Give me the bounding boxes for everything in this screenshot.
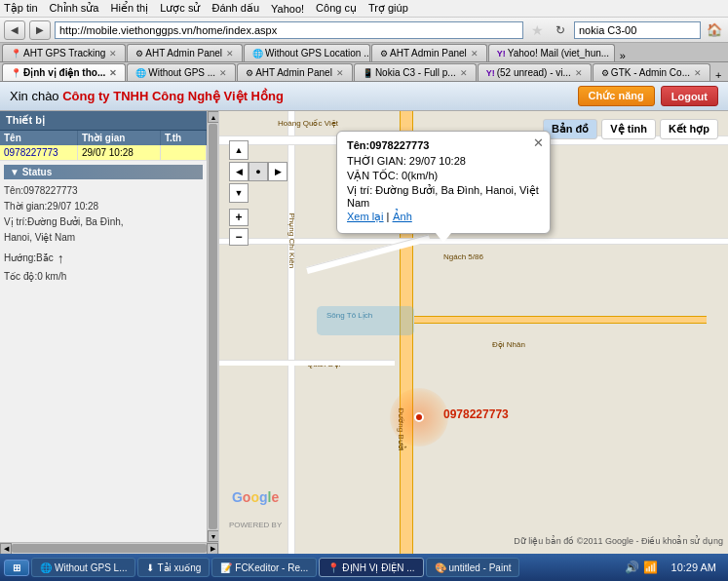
refresh-button[interactable]: ↻ [551, 21, 570, 39]
col-time: Thời gian [78, 131, 161, 145]
tab-close-icon[interactable]: ✕ [694, 68, 702, 78]
map-type-map[interactable]: Bản đồ [543, 119, 597, 139]
device-time: 29/07 10:28 [78, 145, 161, 160]
menu-yahoo[interactable]: Yahoo! [271, 3, 304, 15]
scroll-left-button[interactable]: ◀ [0, 543, 12, 554]
left-panel-header: Thiết bị [0, 111, 207, 131]
taskbar-item-without-gps[interactable]: 🌐 Without GPS L... [31, 558, 135, 577]
tab-nokia-c3[interactable]: 📱 Nokia C3 - Full p... ✕ [354, 63, 477, 81]
windows-icon: ⊞ [13, 562, 20, 573]
tab-close-icon[interactable]: ✕ [219, 68, 227, 78]
menu-edit[interactable]: Chỉnh sửa [50, 2, 99, 15]
location-marker: 0978227773 [390, 388, 448, 446]
popup-close-button[interactable]: ✕ [533, 136, 544, 150]
tab-icon: ⚙ [601, 68, 609, 78]
tab-close-icon[interactable]: ✕ [613, 49, 615, 58]
zoom-in-button[interactable]: + [229, 209, 249, 226]
tab-icon: Y! [497, 49, 506, 58]
pan-right-button[interactable]: ▶ [268, 162, 287, 181]
tab-52-unread[interactable]: Y! (52 unread) - vi... ✕ [478, 63, 592, 81]
app-header: Xin chào Công ty TNHH Công Nghệ Việt Hồn… [0, 82, 728, 111]
menu-help[interactable]: Trợ giúp [368, 2, 408, 15]
tab-icon: 📱 [363, 68, 373, 78]
tab-aht-admin-1[interactable]: ⚙ AHT Admin Panel ✕ [127, 44, 243, 61]
pan-center-button[interactable]: ● [249, 162, 268, 181]
tab-close-icon[interactable]: ✕ [336, 68, 344, 78]
status-name: Tên:0978227773 [4, 183, 203, 199]
vertical-scrollbar[interactable]: ▲ ▼ [207, 111, 218, 542]
status-location: Vị trí:Đường Bưởi, Ba Đình, Hanoi, Việt … [4, 214, 203, 246]
status-header: ▼ Status [4, 165, 203, 179]
tab-close-icon[interactable]: ✕ [109, 68, 117, 78]
menu-view[interactable]: Hiển thị [111, 2, 149, 15]
map-area[interactable]: Hoàng Quốc Việt Phụng Chí Kiên Đường Bưở… [219, 111, 728, 554]
tab-aht-admin-3[interactable]: ⚙ AHT Admin Panel ✕ [237, 63, 353, 81]
tab-icon: ⚙ [135, 49, 143, 58]
horizontal-scrollbar[interactable]: ◀ ▶ [0, 542, 218, 554]
tab-without-gps-2[interactable]: 🌐 Without GPS ... ✕ [127, 63, 236, 81]
taskbar-icon: 🌐 [40, 562, 52, 573]
back-button[interactable]: ◀ [4, 20, 25, 40]
more-tabs-button[interactable]: » [616, 50, 630, 61]
tab-without-gps-1[interactable]: 🌐 Without GPS Location ... ✕ [244, 44, 370, 61]
direction-label: Hướng:Bắc [4, 251, 54, 266]
bookmark-star-icon[interactable]: ★ [527, 21, 547, 39]
popup-review-link[interactable]: Xem lại [347, 211, 384, 222]
pan-left-button[interactable]: ◀ [229, 162, 249, 181]
popup-photo-link[interactable]: Ảnh [393, 211, 412, 222]
menu-tools[interactable]: Công cụ [316, 2, 357, 15]
pan-up-button[interactable]: ▲ [229, 140, 249, 160]
map-type-satellite[interactable]: Vệ tinh [601, 119, 656, 139]
app-greeting: Xin chào Công ty TNHH Công Nghệ Việt Hồn… [10, 89, 284, 103]
tab-close-icon[interactable]: ✕ [471, 49, 479, 58]
table-header: Tên Thời gian T.th [0, 131, 207, 145]
status-time: Thời gian:29/07 10:28 [4, 199, 203, 214]
tab-dinh-vi[interactable]: 📍 Định vị điện tho... ✕ [2, 63, 126, 81]
tab-close-icon[interactable]: ✕ [575, 68, 583, 78]
address-bar[interactable] [55, 21, 523, 39]
tab-aht-admin-2[interactable]: ⚙ AHT Admin Panel ✕ [371, 44, 487, 61]
tab-bar-1: 📍 AHT GPS Tracking ✕ ⚙ AHT Admin Panel ✕… [0, 43, 728, 62]
zoom-out-button[interactable]: − [229, 228, 249, 246]
tab-close-icon[interactable]: ✕ [460, 68, 468, 78]
search-input[interactable] [574, 21, 701, 39]
home-button[interactable]: 🏠 [705, 21, 724, 39]
scroll-up-button[interactable]: ▲ [208, 111, 218, 123]
tab-close-icon[interactable]: ✕ [226, 49, 234, 58]
tab-yahoo-mail[interactable]: Y! Yahoo! Mail (viet_hun... ✕ [488, 44, 615, 61]
taskbar-item-dinh-vi[interactable]: 📍 ĐỊNH VỊ ĐIỆN ... [319, 558, 423, 577]
popup-time: THỜI GIAN: 29/07 10:28 [347, 155, 540, 168]
table-row[interactable]: 0978227773 29/07 10:28 [0, 145, 207, 161]
tab-icon: ⚙ [380, 49, 388, 58]
menu-history[interactable]: Lược sử [160, 2, 200, 15]
logout-button[interactable]: Logout [661, 86, 718, 106]
pan-down-button[interactable]: ▼ [229, 183, 249, 203]
tab-bar-2: 📍 Định vị điện tho... ✕ 🌐 Without GPS ..… [0, 62, 728, 82]
taskbar-icon: 📍 [327, 562, 339, 573]
hscroll-thumb[interactable] [12, 544, 207, 553]
tab-gtk-admin[interactable]: ⚙ GTK - Admin Co... ✕ [593, 63, 710, 81]
taskbar-time: 10:29 AM [664, 562, 724, 573]
menu-bookmarks[interactable]: Đánh dấu [211, 2, 259, 15]
taskbar-item-fckeditor[interactable]: 📝 FCKeditor - Re... [211, 558, 317, 577]
add-tab-button[interactable]: + [711, 69, 725, 81]
browser-toolbar: ◀ ▶ ★ ↻ 🏠 [0, 18, 728, 43]
scroll-right-button[interactable]: ▶ [207, 543, 218, 554]
map-type-hybrid[interactable]: Kết hợp [660, 119, 718, 139]
taskbar-item-download[interactable]: ⬇ Tải xuống [137, 558, 210, 577]
map-copyright: Dữ liệu bản đồ ©2011 Google - Điều khoản… [514, 536, 723, 546]
tab-aht-gps-tracking[interactable]: 📍 AHT GPS Tracking ✕ [2, 44, 126, 61]
marker-circle [390, 388, 448, 446]
tab-icon: 🌐 [135, 68, 146, 78]
scroll-down-button[interactable]: ▼ [208, 530, 218, 542]
start-button[interactable]: ⊞ [4, 560, 29, 576]
marker-dot [414, 412, 424, 422]
taskbar-item-paint[interactable]: 🎨 untitled - Paint [426, 558, 520, 577]
tab-icon: 📍 [11, 68, 21, 78]
tab-icon: 📍 [11, 49, 21, 58]
scroll-thumb[interactable] [209, 124, 217, 529]
tab-close-icon[interactable]: ✕ [109, 49, 117, 58]
forward-button[interactable]: ▶ [29, 20, 51, 40]
features-button[interactable]: Chức năng [578, 86, 655, 106]
menu-file[interactable]: Tập tin [4, 2, 38, 15]
